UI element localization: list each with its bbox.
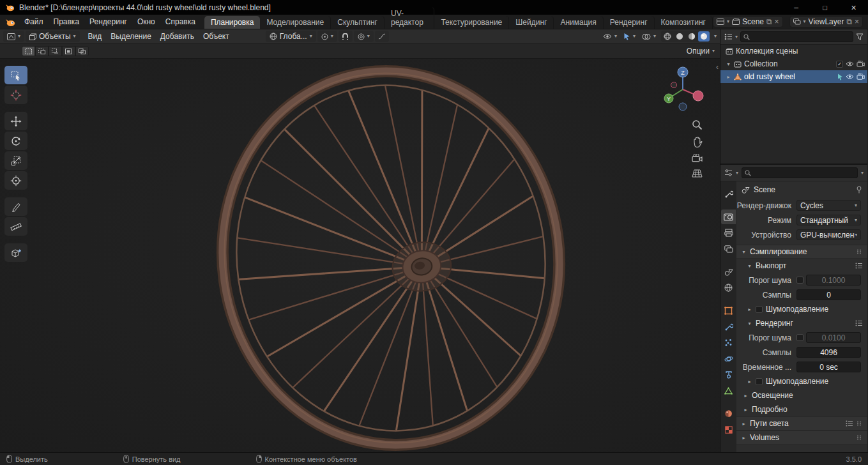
- section-volumes[interactable]: Volumes: [736, 431, 867, 445]
- filter-icon[interactable]: [856, 33, 864, 40]
- properties-tab-view-layer[interactable]: [721, 241, 736, 256]
- properties-tab-texture[interactable]: [721, 422, 736, 437]
- proportional-falloff-icon[interactable]: [375, 31, 389, 42]
- properties-tab-constraints[interactable]: [721, 367, 736, 382]
- close-button[interactable]: [839, 0, 868, 15]
- section-light-paths[interactable]: Пути света: [736, 416, 867, 431]
- select-mode-new-button[interactable]: [22, 46, 35, 56]
- unlink-scene-icon[interactable]: ×: [775, 17, 779, 26]
- properties-tab-particles[interactable]: [721, 335, 736, 350]
- device-dropdown[interactable]: GPU-вычисления: [796, 229, 861, 240]
- shading-solid-button[interactable]: [674, 31, 685, 42]
- menu-edit[interactable]: Правка: [49, 16, 85, 29]
- drag-dots-icon[interactable]: [857, 249, 863, 254]
- outliner-editor-icon[interactable]: [724, 33, 733, 40]
- minimize-button[interactable]: [782, 0, 811, 15]
- section-advanced[interactable]: Подробно: [736, 402, 867, 416]
- shading-wireframe-button[interactable]: [662, 31, 673, 42]
- proportional-edit-dropdown[interactable]: [354, 31, 374, 42]
- hide-eye-icon[interactable]: [846, 73, 854, 80]
- hide-eye-icon[interactable]: [846, 61, 854, 67]
- pin-icon[interactable]: [856, 186, 862, 194]
- object-visibility-dropdown[interactable]: [602, 31, 618, 42]
- disclosure-triangle-icon[interactable]: [726, 61, 731, 67]
- select-mode-intersect-button[interactable]: [75, 46, 89, 56]
- select-box-tool[interactable]: [4, 66, 27, 84]
- feature-set-dropdown[interactable]: Стандартный: [796, 215, 861, 225]
- snap-target-dropdown[interactable]: [317, 31, 337, 42]
- section-sampling[interactable]: Сэмплирование: [736, 245, 867, 259]
- select-mode-extend-button[interactable]: [35, 46, 49, 56]
- remove-view-layer-icon[interactable]: ×: [855, 17, 859, 26]
- noise-threshold-field[interactable]: 0.1000: [806, 275, 861, 286]
- noise-threshold-field[interactable]: 0.0100: [806, 332, 861, 343]
- workspace-tab-rendering[interactable]: Рендеринг: [604, 16, 655, 29]
- menu-render[interactable]: Рендеринг: [84, 16, 132, 29]
- overlays-dropdown[interactable]: [641, 31, 657, 42]
- maximize-button[interactable]: [811, 0, 839, 15]
- scene-selector[interactable]: Scene ⧉ ×: [713, 16, 783, 27]
- drag-dots-icon[interactable]: [857, 421, 863, 426]
- editor-type-dropdown[interactable]: [3, 31, 24, 42]
- workspace-tab-sculpting[interactable]: Скульптинг: [331, 16, 385, 29]
- preset-menu-icon[interactable]: [855, 320, 863, 326]
- tool-options-dropdown[interactable]: Опции: [687, 47, 715, 56]
- denoise-checkbox[interactable]: [756, 378, 763, 385]
- shading-material-button[interactable]: [686, 31, 697, 42]
- view-layer-selector[interactable]: ViewLayer ⧉ ×: [789, 16, 863, 27]
- preset-menu-icon[interactable]: [846, 420, 853, 427]
- workspace-tab-modeling[interactable]: Моделирование: [260, 16, 331, 29]
- annotate-tool[interactable]: [4, 197, 27, 216]
- properties-editor-icon[interactable]: [724, 169, 733, 176]
- noise-threshold-checkbox[interactable]: [796, 277, 803, 284]
- new-view-layer-icon[interactable]: ⧉: [846, 17, 852, 26]
- menu-object[interactable]: Объект: [199, 31, 234, 42]
- time-limit-field[interactable]: 0 sec: [796, 362, 861, 372]
- properties-tab-material[interactable]: [721, 406, 736, 421]
- properties-tab-tool[interactable]: [721, 187, 736, 201]
- scale-tool[interactable]: [4, 151, 27, 170]
- properties-search-input[interactable]: [742, 167, 858, 178]
- properties-tab-output[interactable]: [721, 225, 736, 240]
- select-mode-invert-button[interactable]: [62, 46, 75, 56]
- move-tool[interactable]: [4, 112, 27, 130]
- workspace-tab-layout[interactable]: Планировка: [204, 16, 261, 29]
- denoise-checkbox[interactable]: [756, 306, 763, 313]
- workspace-tab-compositing[interactable]: Композитинг: [655, 16, 713, 29]
- transform-tool[interactable]: [4, 171, 27, 190]
- rotate-tool[interactable]: [4, 132, 27, 150]
- workspace-tab-shading[interactable]: Шейдинг: [509, 16, 554, 29]
- properties-tab-object-data[interactable]: [721, 383, 736, 398]
- properties-tab-scene[interactable]: [721, 264, 736, 279]
- drag-dots-icon[interactable]: [857, 435, 863, 440]
- transform-orientation-dropdown[interactable]: Глоба...: [266, 31, 316, 42]
- menu-select[interactable]: Выделение: [106, 31, 156, 42]
- subsection-viewport[interactable]: Вьюпорт: [736, 259, 867, 273]
- gizmos-dropdown[interactable]: [622, 31, 637, 42]
- workspace-tab-uv[interactable]: UV-редактор: [385, 7, 434, 29]
- snap-magnet-toggle[interactable]: [339, 31, 353, 42]
- cursor-tool[interactable]: [4, 86, 27, 104]
- section-lights[interactable]: Освещение: [736, 388, 867, 402]
- properties-tab-render[interactable]: [721, 210, 736, 224]
- disable-render-camera-icon[interactable]: [857, 61, 865, 67]
- properties-tab-world[interactable]: [721, 280, 736, 295]
- disclosure-triangle-icon[interactable]: [726, 74, 731, 80]
- outliner-search-input[interactable]: [740, 31, 853, 42]
- shading-rendered-button[interactable]: [698, 31, 710, 42]
- menu-file[interactable]: Файл: [19, 16, 49, 29]
- camera-view-icon[interactable]: [692, 154, 703, 163]
- blender-app-menu[interactable]: [0, 19, 19, 29]
- properties-tab-physics[interactable]: [721, 351, 736, 366]
- subsection-render[interactable]: Рендеринг: [736, 316, 867, 330]
- new-scene-icon[interactable]: ⧉: [766, 17, 772, 26]
- collection-checkbox[interactable]: [836, 61, 843, 68]
- properties-tab-modifiers[interactable]: [721, 319, 736, 334]
- mode-dropdown[interactable]: Объекты: [26, 31, 80, 42]
- viewport-samples-field[interactable]: 0: [796, 289, 861, 300]
- breadcrumb-scene[interactable]: Scene: [754, 185, 775, 194]
- preset-menu-icon[interactable]: [855, 263, 863, 269]
- outliner-row-scene-collection[interactable]: Коллекция сцены: [720, 45, 867, 57]
- menu-help[interactable]: Справка: [160, 16, 201, 29]
- disable-render-camera-icon[interactable]: [857, 73, 865, 80]
